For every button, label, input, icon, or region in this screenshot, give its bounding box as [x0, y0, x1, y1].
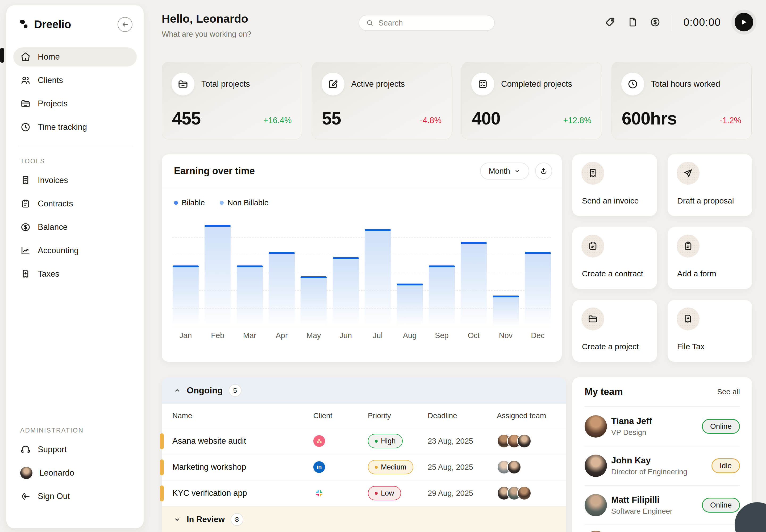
project-name: Asana website audit [172, 436, 313, 446]
sidebar-item-support[interactable]: Support [13, 440, 137, 459]
col-name: Name [172, 412, 313, 420]
sidebar-item-projects[interactable]: Projects [13, 94, 137, 113]
sidebar-collapse-button[interactable] [118, 17, 132, 32]
document-icon[interactable] [627, 16, 638, 28]
member-role: VP Design [611, 428, 702, 437]
page-title: Hello, Leonardo [162, 12, 248, 25]
search-input[interactable] [378, 19, 487, 27]
sidebar-item-clients[interactable]: Clients [13, 71, 137, 90]
bar-jun [332, 257, 359, 326]
action-create-contract[interactable]: Create a contract [572, 227, 657, 289]
ongoing-section-header[interactable]: Ongoing 5 [162, 377, 566, 404]
sidebar-item-label: Time tracking [38, 122, 87, 132]
clipboard-icon [677, 235, 700, 257]
sidebar-item-label: Projects [38, 99, 68, 109]
table-row[interactable]: Marketing workshop in Medium 25 Aug, 202… [162, 454, 566, 480]
x-tick-label: Apr [268, 331, 295, 340]
bar-cap [205, 225, 231, 227]
x-tick-label: Jul [364, 331, 391, 340]
action-label: Create a contract [582, 269, 643, 278]
page-header: Hello, Leonardo What are you working on?… [160, 0, 753, 48]
sidebar-item-label: Leonardo [39, 468, 74, 478]
priority-dot [375, 440, 378, 443]
tag-icon[interactable] [605, 16, 616, 28]
app-logo: Dreelio [18, 18, 71, 31]
search-bar[interactable] [359, 15, 495, 31]
earnings-plot [172, 221, 551, 326]
action-draft-proposal[interactable]: Draft a proposal [668, 154, 752, 216]
team-member[interactable]: Tiana Jeff VP Design Online [585, 407, 740, 446]
dreelio-logo-icon [18, 18, 30, 31]
sidebar-item-time-tracking[interactable]: Time tracking [13, 118, 137, 137]
member-role: Software Engineer [611, 507, 702, 516]
users-icon [20, 75, 31, 86]
col-client: Client [313, 412, 368, 420]
arrow-left-icon [121, 20, 129, 28]
range-dropdown[interactable]: Month [480, 163, 529, 180]
stat-value: 55 [322, 108, 341, 128]
action-label: Send an invoice [582, 196, 639, 205]
sidebar-divider [18, 146, 132, 146]
folder-icon [581, 307, 604, 330]
active-nav-indicator [0, 48, 4, 63]
folder-icon [172, 73, 194, 95]
priority-label: High [381, 437, 396, 445]
sidebar-item-sign-out[interactable]: Sign Out [13, 487, 137, 506]
sidebar-item-home[interactable]: Home [13, 47, 137, 67]
table-row[interactable]: Asana website audit High 23 Aug, 2025 [162, 428, 566, 454]
legend-non-billable[interactable]: Non Billable [220, 198, 269, 207]
sidebar-nav: Home Clients Projects Time tracking [6, 47, 144, 137]
sidebar-item-label: Support [38, 445, 67, 454]
start-timer-button[interactable] [735, 13, 753, 31]
headphones-icon [20, 444, 31, 455]
bar-cap [333, 257, 359, 259]
sidebar-item-profile[interactable]: Leonardo [13, 463, 137, 483]
tax-receipt-icon [20, 269, 31, 279]
stat-delta: -4.8% [420, 116, 442, 125]
sidebar-item-label: Invoices [38, 176, 68, 185]
dollar-circle-icon[interactable] [650, 16, 661, 28]
sidebar-item-contracts[interactable]: Contracts [13, 194, 137, 213]
status-badge: Online [702, 498, 740, 513]
member-name: John Kay [611, 455, 711, 465]
action-file-tax[interactable]: File Tax [668, 300, 752, 362]
chevron-up-icon [173, 387, 181, 394]
priority-dot [375, 492, 378, 495]
table-row[interactable]: KYC verification app Low 29 Aug, 2025 [162, 480, 566, 506]
sidebar-item-balance[interactable]: Balance [13, 218, 137, 237]
stat-label: Total projects [201, 79, 250, 89]
bar-cap [397, 284, 423, 285]
team-member-partial [585, 525, 740, 532]
action-create-project[interactable]: Create a project [572, 300, 657, 362]
sidebar-item-accounting[interactable]: Accounting [13, 241, 137, 260]
sidebar-item-invoices[interactable]: Invoices [13, 171, 137, 190]
action-add-form[interactable]: Add a form [668, 227, 752, 289]
bar-cap [493, 296, 519, 297]
sidebar-item-taxes[interactable]: Taxes [13, 264, 137, 284]
earnings-card: Earning over time Month Bilable Non Bill… [162, 154, 562, 362]
tools-section-label: TOOLS [6, 155, 144, 169]
export-chart-button[interactable] [535, 163, 552, 180]
ongoing-count-badge: 5 [229, 384, 242, 397]
team-member[interactable]: John Kay Director of Engineering Idle [585, 446, 740, 486]
sidebar-item-label: Clients [38, 76, 63, 85]
in-review-section-header[interactable]: In Review 8 [162, 506, 566, 532]
bar-cap [237, 265, 263, 267]
stat-label: Active projects [351, 79, 405, 89]
team-member[interactable]: Matt Filipilli Software Engineer Online [585, 486, 740, 525]
header-divider [672, 14, 672, 30]
legend-dot [220, 201, 224, 205]
main-content: Hello, Leonardo What are you working on?… [160, 0, 753, 48]
see-all-link[interactable]: See all [717, 388, 740, 396]
share-up-icon [540, 167, 548, 175]
priority-dot [375, 466, 378, 469]
timer-display: 0:00:00 [684, 16, 721, 28]
avatar [517, 434, 531, 448]
contract-icon [581, 235, 604, 257]
bar-aug [397, 284, 423, 326]
legend-label: Non Billable [227, 198, 269, 207]
sign-out-icon [20, 491, 31, 502]
action-send-invoice[interactable]: Send an invoice [572, 154, 657, 216]
legend-billable[interactable]: Bilable [174, 198, 205, 207]
bar-cap [429, 265, 455, 267]
